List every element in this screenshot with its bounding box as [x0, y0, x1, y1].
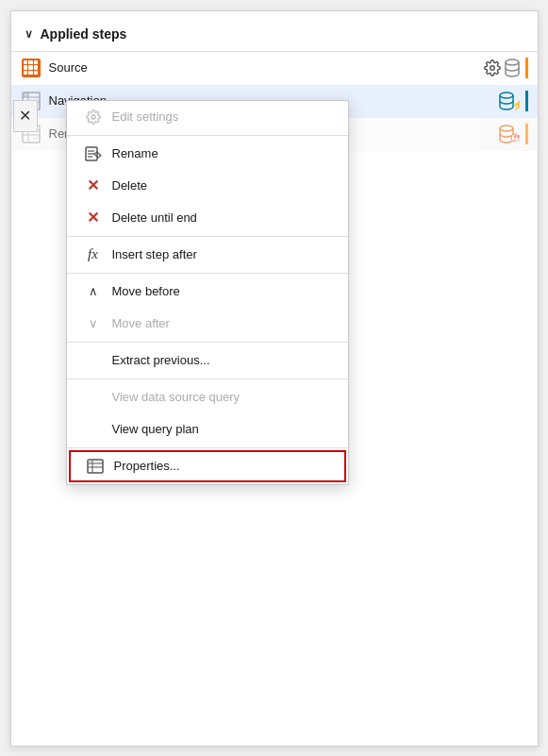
menu-divider-6 — [67, 447, 348, 448]
svg-rect-27 — [88, 460, 92, 463]
menu-divider-1 — [67, 135, 348, 136]
menu-label-insert-step-after: Insert step after — [112, 247, 197, 261]
gear-button-source[interactable] — [484, 59, 501, 76]
applied-steps-panel: ∨ Applied steps Source — [10, 10, 539, 747]
menu-item-view-data-source-query[interactable]: View data source query — [67, 381, 348, 413]
menu-label-move-before: Move before — [112, 284, 180, 298]
db-button-renamed[interactable]: ⏰ — [499, 125, 520, 143]
rename-icon — [82, 146, 105, 161]
menu-item-edit-settings[interactable]: Edit settings — [67, 101, 348, 133]
menu-item-insert-step-after[interactable]: fx Insert step after — [67, 239, 348, 271]
renamed-separator — [525, 124, 528, 144]
menu-item-move-before[interactable]: ∧ Move before — [67, 276, 348, 308]
menu-label-properties: Properties... — [114, 459, 180, 473]
section-header: ∨ Applied steps — [11, 23, 538, 51]
svg-text:↔: ↔ — [31, 134, 39, 143]
step-actions-navigation: ⚡ — [499, 91, 528, 111]
step-actions-renamed: ⏰ — [499, 124, 528, 144]
close-context-menu-button[interactable]: ✕ — [13, 100, 38, 132]
caret-down-icon: ∨ — [82, 316, 105, 330]
menu-label-edit-settings: Edit settings — [112, 109, 179, 124]
menu-label-extract-previous: Extract previous... — [112, 353, 210, 367]
section-title: Applied steps — [41, 26, 127, 42]
step-label-source: Source — [49, 60, 484, 75]
menu-item-properties[interactable]: Properties... — [69, 450, 346, 482]
source-separator — [525, 58, 528, 78]
menu-item-delete[interactable]: ✕ Delete — [67, 170, 348, 202]
menu-divider-5 — [67, 378, 348, 379]
menu-label-delete-until-end: Delete until end — [112, 210, 197, 225]
svg-point-0 — [490, 65, 494, 70]
fx-icon: fx — [82, 246, 105, 262]
svg-text:⚡: ⚡ — [511, 97, 520, 110]
menu-item-rename[interactable]: Rename — [67, 138, 348, 170]
menu-label-delete: Delete — [112, 178, 148, 193]
gear-icon — [82, 109, 105, 125]
menu-divider-4 — [67, 342, 348, 343]
properties-grid-icon — [84, 459, 107, 474]
menu-item-view-query-plan[interactable]: View query plan — [67, 413, 348, 445]
menu-divider-3 — [67, 273, 348, 274]
menu-label-view-data-source-query: View data source query — [112, 390, 241, 404]
menu-divider-2 — [67, 236, 348, 237]
menu-label-rename: Rename — [112, 146, 158, 160]
delete-icon: ✕ — [82, 176, 105, 194]
step-actions-source — [484, 58, 528, 78]
menu-label-view-query-plan: View query plan — [112, 422, 199, 436]
delete-until-end-icon: ✕ — [82, 209, 105, 227]
svg-text:⏰: ⏰ — [512, 135, 520, 143]
svg-point-1 — [506, 59, 519, 65]
svg-rect-6 — [23, 92, 28, 97]
caret-up-icon: ∧ — [82, 284, 105, 298]
menu-item-extract-previous[interactable]: Extract previous... — [67, 344, 348, 377]
chevron-down-icon: ∨ — [25, 27, 33, 41]
menu-item-delete-until-end[interactable]: ✕ Delete until end — [67, 202, 348, 234]
menu-label-move-after: Move after — [112, 316, 170, 330]
db-button-source[interactable] — [505, 59, 520, 77]
step-row-source[interactable]: Source — [11, 52, 538, 85]
navigation-separator — [525, 91, 528, 111]
svg-point-15 — [500, 126, 513, 131]
menu-item-move-after[interactable]: ∨ Move after — [67, 308, 348, 340]
source-icon — [21, 58, 42, 78]
context-menu: Edit settings Rename ✕ Delete ✕ — [66, 100, 349, 485]
db-button-navigation[interactable]: ⚡ — [499, 92, 520, 110]
svg-point-18 — [91, 115, 95, 119]
